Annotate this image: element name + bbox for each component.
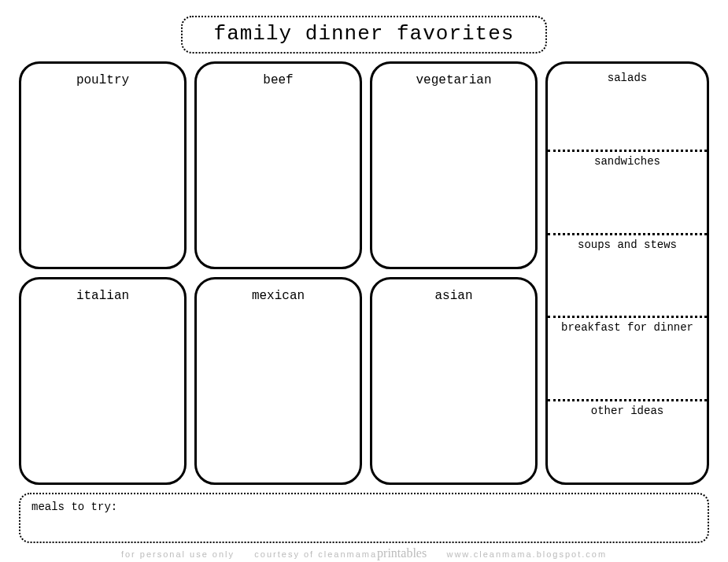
- card-mexican: mexican: [194, 277, 362, 485]
- side-section-breakfast: breakfast for dinner: [548, 316, 707, 399]
- side-section-salads: salads: [548, 64, 707, 150]
- footer-credit: for personal use only courtesy of cleanm…: [0, 546, 728, 560]
- footer-brand-accent: printables: [377, 546, 427, 560]
- side-section-other: other ideas: [548, 399, 707, 483]
- side-section-label: soups and stews: [578, 238, 677, 251]
- card-vegetarian: vegetarian: [370, 61, 538, 269]
- footer-personal-use: for personal use only: [121, 549, 235, 559]
- card-italian: italian: [19, 277, 187, 485]
- meals-to-try-box: meals to try:: [19, 493, 709, 543]
- card-label: poultry: [76, 73, 129, 87]
- page-title: family dinner favorites: [181, 16, 548, 54]
- card-label: asian: [434, 289, 472, 303]
- side-panel: salads sandwiches soups and stews breakf…: [545, 61, 709, 485]
- side-section-label: sandwiches: [594, 155, 660, 168]
- side-section-label: salads: [608, 72, 647, 84]
- side-section-sandwiches: sandwiches: [548, 150, 707, 233]
- card-label: mexican: [252, 289, 305, 303]
- card-label: beef: [263, 73, 293, 87]
- side-section-soups: soups and stews: [548, 233, 707, 316]
- side-section-label: breakfast for dinner: [561, 321, 693, 334]
- card-poultry: poultry: [19, 61, 187, 269]
- side-section-label: other ideas: [591, 405, 663, 417]
- meals-label: meals to try:: [31, 501, 117, 513]
- card-label: italian: [76, 289, 129, 303]
- title-container: family dinner favorites: [19, 16, 709, 54]
- footer-courtesy: courtesy of cleanmama: [254, 549, 377, 559]
- card-label: vegetarian: [416, 73, 491, 87]
- footer-url: www.cleanmama.blogspot.com: [446, 549, 607, 559]
- main-grid: poultry beef vegetarian italian mexican …: [19, 61, 709, 485]
- card-beef: beef: [194, 61, 362, 269]
- worksheet-page: family dinner favorites poultry beef veg…: [0, 0, 728, 562]
- category-cards: poultry beef vegetarian italian mexican …: [19, 61, 538, 485]
- card-asian: asian: [370, 277, 538, 485]
